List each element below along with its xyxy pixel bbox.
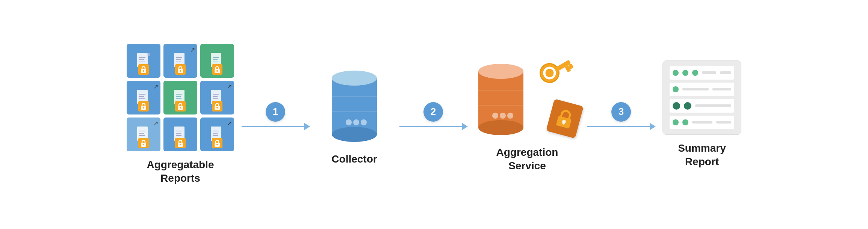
lock-badge [212,138,222,148]
lock-badge [212,64,222,75]
arrow-2: 2 [392,102,475,127]
svg-rect-1 [147,53,150,56]
svg-point-61 [353,119,359,125]
lock-box-icon [546,99,584,139]
report-card: ↗ [200,81,234,114]
report-card: ↗ [163,44,197,78]
summary-report-label: Summary Report [678,142,726,169]
lock-badge [138,101,149,111]
svg-point-24 [143,107,144,108]
dot-green [682,119,688,125]
lock-badge [175,64,186,75]
svg-point-6 [143,70,144,72]
report-card: ↗ [127,81,160,114]
svg-point-56 [332,127,377,142]
svg-point-57 [332,71,377,86]
lock-badge [175,101,186,111]
step-3-circle: 3 [611,102,631,122]
svg-point-71 [537,60,562,86]
lock-badge [138,64,149,75]
report-card [163,81,197,114]
dot-green [682,70,688,76]
lock-badge [175,138,186,148]
svg-point-60 [346,119,352,125]
summary-line-medium [712,88,731,90]
summary-report-node: Summary Report [662,60,741,169]
svg-point-62 [361,119,367,125]
svg-point-70 [507,113,513,119]
summary-line [695,104,731,107]
svg-point-65 [478,64,523,79]
arrow-line-1 [242,126,309,127]
summary-row-2 [670,83,734,96]
collector-db-icon [328,63,381,146]
arrow-3: 3 [580,102,662,127]
architecture-diagram: ↗ [0,36,868,193]
aggregation-service-icon-group [475,56,580,139]
svg-point-36 [216,107,218,108]
summary-row-3 [670,99,734,113]
summary-line-short2 [716,121,731,124]
report-card: ↗ [127,118,160,151]
arrow-1: 1 [234,102,317,127]
svg-rect-55 [332,78,377,134]
summary-line [692,121,712,124]
key-icon [532,49,583,101]
lock-badge [212,101,222,111]
aggregatable-reports-node: ↗ [127,44,234,185]
summary-report-visual [662,60,741,135]
summary-line [682,88,709,90]
svg-point-69 [500,113,506,119]
svg-point-54 [216,144,218,145]
svg-point-42 [143,144,144,145]
report-card [163,118,197,151]
dot-green [673,86,679,92]
svg-point-48 [180,144,181,145]
dot-green [673,119,679,125]
dot-dark [684,102,691,110]
dot-dark [673,102,680,110]
summary-line [702,71,716,74]
report-card [127,44,160,78]
summary-line-short [720,71,731,74]
dot-green [692,70,698,76]
step-2-circle: 2 [423,102,443,122]
aggregation-db-icon [475,56,527,139]
collector-label: Collector [331,152,377,166]
summary-row-4 [670,116,734,129]
svg-point-18 [216,70,218,72]
arrow-line-2 [399,126,467,127]
summary-row-1 [670,66,734,80]
report-card [200,44,234,78]
step-1-circle: 1 [266,102,285,122]
reports-grid: ↗ [127,44,234,151]
svg-rect-63 [478,71,523,128]
aggregation-service-node: Aggregation Service [475,56,580,173]
dot-green [673,70,679,76]
collector-node: Collector [317,63,392,166]
aggregatable-reports-label: Aggregatable Reports [147,158,214,185]
lock-badge [138,138,149,148]
svg-point-12 [180,70,181,72]
svg-point-64 [478,120,523,135]
aggregation-service-label: Aggregation Service [496,146,558,173]
svg-point-30 [180,107,181,108]
report-card: ↗ [200,118,234,151]
arrow-line-3 [587,126,655,127]
svg-point-68 [492,113,498,119]
